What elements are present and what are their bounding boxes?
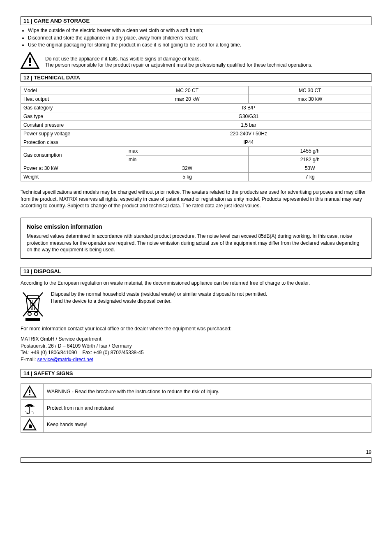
svg-point-19 [33,413,34,413]
spec-label: Power supply voltage [21,129,126,138]
company-name: MATRIX GmbH / Service department [21,336,101,342]
spec-value: 1,5 bar [126,121,371,129]
spec-value: 32W [126,164,249,172]
warning-icon [21,52,39,69]
disposal-p1: According to the European regulation on … [21,280,371,287]
tech-paragraph: Technical specifications and models may … [21,189,371,209]
spec-value: 7 kg [249,172,371,181]
technical-note: Do not use the appliance if it falls, ha… [21,52,371,69]
spec-label: Weight [21,172,126,181]
svg-point-16 [25,411,26,412]
noise-title: Noise emission information [27,223,365,231]
spec-sublabel: min [126,155,249,164]
svg-point-8 [35,312,38,316]
safety-text: WARNING - Read the brochure with the ins… [44,383,371,399]
section-13-header: 13 | DISPOSAL [21,267,371,276]
page-number: 19 [21,449,371,458]
spec-value: max 30 kW [249,95,371,103]
tech-note-line: Do not use the appliance if it falls, ha… [45,56,312,63]
email-label: E-mail: [21,357,36,362]
svg-rect-2 [29,64,31,66]
svg-rect-13 [29,390,30,393]
disposal-p3: Hand the device to a designated waste di… [51,298,267,305]
section-11-header: 11 | CARE AND STORAGE [21,16,371,25]
svg-point-7 [28,312,31,316]
spec-label: Model [21,86,126,95]
spec-value: 220-240V / 50Hz [126,129,371,138]
spec-label: Gas category [21,103,126,112]
tel-value: +49 (0) 1806/841090 [31,350,77,355]
tel-label: Tel.: [21,350,30,355]
noise-emission-box: Noise emission information Measured valu… [21,218,371,259]
svg-rect-14 [29,394,30,395]
safety-text: Keep hands away! [44,416,371,432]
spec-label: Power at 30 kW [21,164,126,172]
tech-note-line: The person responsible for the product r… [45,62,312,69]
spec-label: Constant pressure [21,121,126,129]
weee-icon [21,291,45,322]
svg-rect-1 [29,58,31,63]
section-12-header: 12 | TECHNICAL DATA [21,73,371,82]
spec-label: Heat output [21,95,126,103]
care-item: Use the original packaging for storing t… [28,42,371,49]
spec-label: Gas consumption [21,146,126,164]
safety-text: Protect from rain and moisture! [44,399,371,416]
section-14-header: 14 | SAFETY SIGNS [21,369,371,378]
spec-table: Model MC 20 CT MC 30 CT Heat output max … [21,86,371,181]
safety-row: Protect from rain and moisture! [21,399,371,416]
spec-value: I3 B/P [126,103,371,112]
disposal-p2: Disposal by the normal household waste (… [51,291,267,298]
spec-value: MC 20 CT [126,86,249,95]
contact-heading: For more information contact your local … [21,325,371,332]
spec-value: 2182 g/h [249,155,371,164]
footer-rule [21,458,371,463]
svg-rect-11 [25,318,40,321]
spec-sublabel: max [126,146,249,155]
care-list: Wipe the outside of the electric heater … [28,28,371,49]
spec-value: G30/G31 [126,112,371,121]
spec-value: IP44 [126,138,371,146]
svg-point-17 [27,413,28,413]
care-item: Disconnect and store the appliance in a … [28,35,371,42]
fax-value: +49 (0) 8702/45338-45 [93,350,143,355]
safety-row: WARNING - Read the brochure with the ins… [21,383,371,399]
spec-value: 53W [249,164,371,172]
spec-value: 1455 g/h [249,146,371,155]
hand-warning-icon [23,418,42,431]
fax-label: Fax: [82,350,92,355]
spec-value: 5 kg [126,172,249,181]
noise-body: Measured values determined in accordance… [27,233,365,253]
warning-icon [23,385,42,398]
umbrella-icon [23,402,42,415]
care-item: Wipe the outside of the electric heater … [28,28,371,34]
spec-value: max 20 kW [126,95,249,103]
svg-point-18 [32,411,32,412]
spec-value: MC 30 CT [249,86,371,95]
spec-label: Protection class [21,138,126,146]
safety-row: Keep hands away! [21,416,371,432]
spec-label: Gas type [21,112,126,121]
company-addr: Postauerstr. 26 / D – 84109 Wörth / Isar… [21,343,132,349]
email-link[interactable]: service@matrix-direct.net [37,357,93,362]
safety-table: WARNING - Read the brochure with the ins… [21,383,371,433]
